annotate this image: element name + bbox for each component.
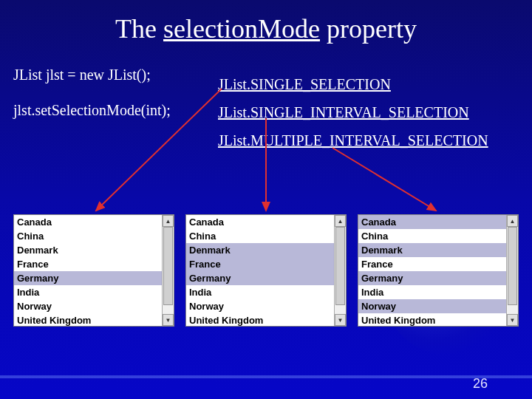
- scroll-up-icon[interactable]: ▲: [507, 215, 518, 227]
- list-item[interactable]: Norway: [358, 299, 506, 313]
- list-item[interactable]: Canada: [14, 215, 162, 229]
- slide-title: The selectionMode property: [0, 0, 532, 44]
- list-item[interactable]: Canada: [358, 215, 506, 229]
- list-item[interactable]: Canada: [186, 215, 334, 229]
- list-item[interactable]: China: [14, 229, 162, 243]
- jlist-multi[interactable]: CanadaChinaDenmarkFranceGermanyIndiaNorw…: [358, 214, 519, 327]
- list-item[interactable]: China: [358, 229, 506, 243]
- list-item[interactable]: United Kingdom: [186, 313, 334, 326]
- list-item[interactable]: India: [14, 285, 162, 299]
- mode-single: JList.SINGLE_SELECTION: [218, 70, 488, 98]
- list-item[interactable]: India: [358, 285, 506, 299]
- list-item[interactable]: Norway: [14, 299, 162, 313]
- scrollbar[interactable]: ▲ ▼: [162, 215, 174, 326]
- title-text-pre: The: [115, 14, 163, 44]
- code-sample: JList jlst = new JList(); jlst.setSelect…: [13, 63, 171, 122]
- scroll-thumb[interactable]: [508, 227, 517, 305]
- scrollbar[interactable]: ▲ ▼: [334, 215, 346, 326]
- code-line-2: jlst.setSelectionMode(int);: [13, 98, 171, 122]
- list-item[interactable]: Denmark: [186, 243, 334, 257]
- scrollbar[interactable]: ▲ ▼: [506, 215, 518, 326]
- list-item[interactable]: Germany: [14, 271, 162, 285]
- scroll-down-icon[interactable]: ▼: [335, 314, 346, 326]
- code-line-1: JList jlst = new JList();: [13, 63, 171, 86]
- list-item[interactable]: China: [186, 229, 334, 243]
- mode-single-interval: JList.SINGLE_INTERVAL_SELECTION: [218, 98, 488, 126]
- page-number: 26: [473, 376, 488, 392]
- scroll-thumb[interactable]: [335, 227, 345, 305]
- list-item[interactable]: France: [186, 257, 334, 271]
- title-text-underlined: selectionMode: [163, 14, 320, 44]
- jlist-interval[interactable]: CanadaChinaDenmarkFranceGermanyIndiaNorw…: [185, 214, 347, 327]
- scroll-up-icon[interactable]: ▲: [163, 215, 174, 227]
- svg-line-2: [332, 148, 436, 211]
- list-item[interactable]: India: [186, 285, 334, 299]
- list-item[interactable]: France: [14, 257, 162, 271]
- jlist-row: CanadaChinaDenmarkFranceGermanyIndiaNorw…: [13, 214, 519, 327]
- list-item[interactable]: Germany: [186, 271, 334, 285]
- list-item[interactable]: Denmark: [14, 243, 162, 257]
- jlist-single[interactable]: CanadaChinaDenmarkFranceGermanyIndiaNorw…: [13, 214, 174, 327]
- title-text-post: property: [320, 14, 417, 44]
- mode-multiple-interval: JList.MULTIPLE_INTERVAL_SELECTION: [218, 126, 488, 154]
- list-item[interactable]: France: [358, 257, 506, 271]
- scroll-down-icon[interactable]: ▼: [163, 314, 174, 326]
- selection-mode-constants: JList.SINGLE_SELECTION JList.SINGLE_INTE…: [218, 70, 488, 154]
- list-item[interactable]: United Kingdom: [358, 313, 506, 326]
- list-item[interactable]: Norway: [186, 299, 334, 313]
- list-item[interactable]: Germany: [358, 271, 506, 285]
- scroll-up-icon[interactable]: ▲: [335, 215, 346, 227]
- list-item[interactable]: United Kingdom: [14, 313, 162, 326]
- list-item[interactable]: Denmark: [358, 243, 506, 257]
- scroll-thumb[interactable]: [163, 227, 173, 305]
- footer-divider: [0, 375, 532, 378]
- scroll-down-icon[interactable]: ▼: [507, 314, 518, 326]
